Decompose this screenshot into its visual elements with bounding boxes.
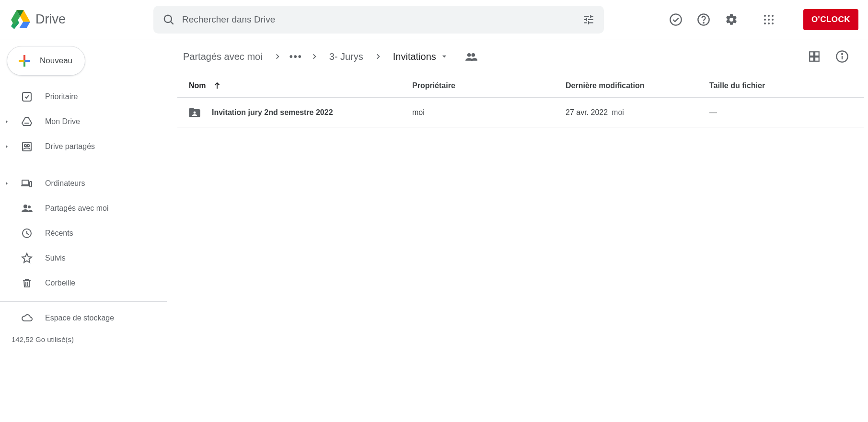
oclock-label: O'CLOCK [811, 15, 850, 24]
modified-date: 27 avr. 2022 [566, 108, 608, 117]
shared-icon [21, 203, 33, 214]
svg-point-0 [164, 15, 172, 22]
file-table: Nom Propriétaire Dernière modification T… [177, 74, 864, 127]
svg-rect-23 [22, 180, 29, 185]
svg-point-8 [764, 19, 766, 21]
nav-label: Mon Drive [45, 117, 80, 126]
breadcrumb-current-label: Invitations [393, 51, 436, 62]
table-header: Nom Propriétaire Dernière modification T… [177, 74, 864, 98]
header: Drive O'CLOCK [0, 0, 868, 39]
nav-storage[interactable]: Espace de stockage [0, 306, 167, 331]
info-icon[interactable] [835, 50, 849, 63]
my-drive-icon [21, 116, 33, 127]
expand-icon[interactable] [4, 181, 11, 186]
help-icon[interactable] [697, 13, 710, 26]
new-button-label: Nouveau [40, 56, 72, 66]
svg-point-7 [772, 15, 774, 17]
search-icon[interactable] [162, 13, 175, 26]
search-bar[interactable] [153, 6, 604, 34]
svg-point-37 [842, 54, 843, 55]
breadcrumb-root[interactable]: Partagés avec moi [180, 49, 266, 64]
svg-point-4 [703, 22, 704, 23]
nav-computers[interactable]: Ordinateurs [0, 171, 167, 196]
search-input[interactable] [182, 14, 582, 25]
priority-icon [21, 91, 33, 103]
svg-point-29 [467, 53, 471, 57]
computers-icon [21, 178, 33, 189]
svg-point-11 [764, 23, 766, 24]
svg-rect-31 [810, 52, 814, 56]
sidebar: Nouveau Prioritaire Mon Drive [0, 39, 167, 422]
expand-icon[interactable] [4, 144, 11, 149]
nav-starred[interactable]: Suivis [0, 246, 167, 271]
col-name-label: Nom [189, 81, 206, 90]
apps-grid-icon[interactable] [762, 13, 775, 26]
star-icon [21, 252, 33, 264]
nav-label: Espace de stockage [45, 314, 114, 322]
nav-section-secondary: Ordinateurs Partagés avec moi Récents [0, 169, 167, 297]
cell-owner: moi [412, 108, 566, 117]
svg-rect-33 [810, 57, 814, 61]
offline-ready-icon[interactable] [669, 13, 683, 26]
nav-shared-with-me[interactable]: Partagés avec moi [0, 196, 167, 221]
shared-folder-icon [188, 106, 201, 119]
settings-gear-icon[interactable] [725, 13, 738, 26]
breadcrumb-mid[interactable]: 3- Jurys [326, 49, 366, 64]
header-actions: O'CLOCK [669, 9, 858, 30]
cell-size: — [709, 108, 859, 117]
svg-rect-24 [30, 182, 32, 187]
svg-rect-20 [23, 142, 31, 151]
main-content: Partagés avec moi ••• 3- Jurys Invitatio… [167, 39, 868, 422]
svg-point-5 [764, 15, 766, 17]
oclock-badge[interactable]: O'CLOCK [803, 9, 858, 30]
svg-point-26 [23, 205, 27, 208]
col-owner-header[interactable]: Propriétaire [412, 81, 566, 90]
table-row[interactable]: Invitation jury 2nd semestre 2022 moi 27… [177, 98, 864, 127]
chevron-right-icon [375, 53, 382, 60]
svg-rect-34 [815, 57, 819, 61]
nav-label: Suivis [45, 254, 66, 262]
new-button[interactable]: Nouveau [7, 46, 85, 76]
grid-view-icon[interactable] [808, 50, 821, 63]
nav-priority[interactable]: Prioritaire [0, 84, 167, 109]
svg-line-1 [171, 22, 173, 24]
search-options-icon[interactable] [582, 13, 595, 26]
chevron-right-icon [274, 53, 281, 60]
breadcrumb: Partagés avec moi ••• 3- Jurys Invitatio… [167, 39, 854, 74]
nav-label: Prioritaire [45, 92, 78, 101]
trash-icon [21, 277, 33, 289]
col-modified-header[interactable]: Dernière modification [566, 81, 709, 90]
svg-point-10 [772, 19, 774, 21]
shared-indicator-icon[interactable] [465, 50, 477, 63]
nav-label: Drive partagés [45, 142, 95, 151]
breadcrumb-overflow[interactable]: ••• [289, 51, 302, 62]
nav-label: Partagés avec moi [45, 204, 109, 213]
storage-usage: 142,52 Go utilisé(s) [0, 331, 167, 343]
nav-recent[interactable]: Récents [0, 221, 167, 246]
nav-divider [0, 165, 167, 165]
svg-point-9 [768, 19, 770, 21]
svg-point-6 [768, 15, 770, 17]
cloud-icon [21, 312, 33, 324]
nav-shared-drives[interactable]: Drive partagés [0, 134, 167, 159]
svg-rect-32 [815, 52, 819, 56]
recent-icon [21, 228, 33, 239]
drive-logo-icon [10, 10, 31, 29]
svg-rect-19 [23, 92, 31, 101]
modified-by: moi [612, 108, 624, 117]
app-name: Drive [35, 12, 66, 27]
nav-my-drive[interactable]: Mon Drive [0, 109, 167, 134]
svg-point-2 [670, 14, 681, 25]
expand-icon[interactable] [4, 119, 11, 125]
col-size-header[interactable]: Taille du fichier [709, 81, 859, 90]
svg-point-30 [471, 53, 475, 57]
nav-label: Ordinateurs [45, 179, 85, 188]
svg-point-22 [27, 145, 29, 147]
svg-point-27 [28, 205, 31, 208]
drive-logo[interactable]: Drive [10, 10, 153, 29]
breadcrumb-current[interactable]: Invitations [390, 49, 451, 64]
svg-point-13 [772, 23, 774, 24]
nav-trash[interactable]: Corbeille [0, 271, 167, 296]
svg-point-38 [194, 111, 196, 114]
col-name-header[interactable]: Nom [182, 81, 412, 90]
